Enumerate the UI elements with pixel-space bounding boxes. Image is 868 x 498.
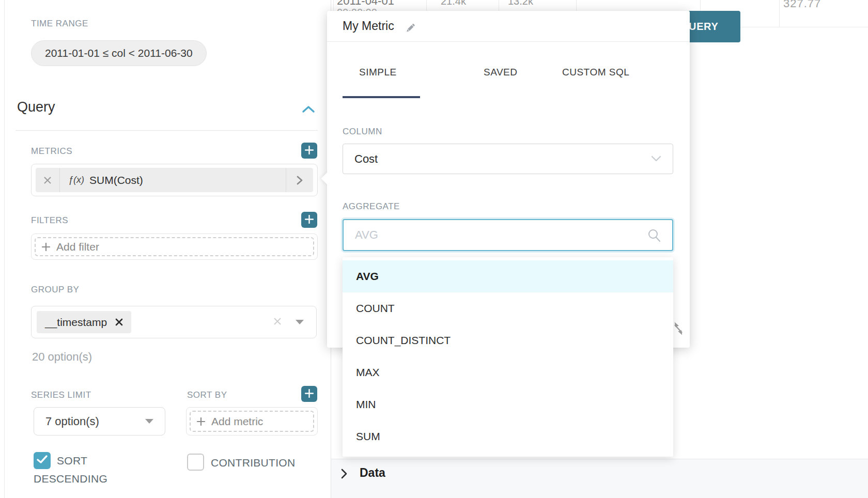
table-gridline (700, 0, 701, 11)
tab-saved[interactable]: SAVED (484, 67, 518, 78)
option-count-distinct[interactable]: COUNT_DISTINCT (343, 324, 673, 356)
sort-by-control: Add metric (186, 407, 318, 435)
time-range-value[interactable]: 2011-01-01 ≤ col < 2011-06-30 (31, 40, 207, 66)
option-sum[interactable]: SUM (343, 421, 673, 453)
data-panel-title: Data (360, 466, 385, 480)
add-sort-metric-button[interactable]: Add metric (190, 411, 314, 432)
add-filter-button[interactable]: Add filter (35, 237, 314, 256)
option-count[interactable]: COUNT (343, 292, 673, 324)
time-range-label: TIME RANGE (31, 19, 88, 29)
group-by-options-hint: 20 option(s) (32, 350, 92, 364)
chevron-down-icon (651, 155, 661, 162)
table-gridline (779, 0, 780, 27)
tag-label: __timestamp (45, 316, 107, 329)
add-filter-label: Add filter (56, 241, 99, 253)
popover-title: My Metric (343, 19, 394, 33)
group-by-label: GROUP BY (31, 285, 79, 295)
plus-icon (42, 243, 50, 251)
table-cell-value: 21.4k (441, 0, 466, 7)
function-icon: ƒ(x) (68, 175, 84, 185)
series-limit-value: 7 option(s) (45, 415, 99, 428)
metrics-control: ƒ(x) SUM(Cost) (31, 164, 318, 196)
plus-icon (305, 146, 314, 156)
contribution-label: CONTRIBUTION (211, 457, 295, 469)
sort-by-label: SORT BY (187, 390, 227, 400)
table-gridline (740, 27, 868, 27)
sort-descending-checkbox[interactable] (34, 452, 51, 469)
column-select[interactable]: Cost (343, 144, 673, 174)
metrics-label: METRICS (31, 146, 72, 157)
table-cell-value: 13.2k (508, 0, 533, 7)
tab-simple[interactable]: SIMPLE (359, 67, 397, 78)
add-filter-plus-button[interactable] (301, 212, 317, 228)
edit-pencil-icon[interactable] (405, 22, 416, 36)
query-section-title: Query (17, 99, 55, 115)
table-cell-value: 327.77 (783, 0, 821, 10)
chevron-up-icon[interactable] (302, 105, 315, 115)
aggregate-input[interactable] (344, 228, 647, 242)
filters-control: Add filter (31, 234, 318, 260)
aggregate-field (343, 219, 673, 251)
column-label: COLUMN (343, 127, 382, 137)
column-value: Cost (354, 152, 378, 166)
option-min[interactable]: MIN (343, 388, 673, 421)
remove-metric-icon[interactable] (36, 168, 60, 192)
caret-down-icon (145, 419, 153, 424)
panel-left-border (4, 0, 5, 498)
clear-icon[interactable] (273, 317, 282, 328)
check-icon (37, 455, 48, 466)
aggregate-label: AGGREGATE (343, 201, 400, 212)
metric-name: SUM(Cost) (89, 174, 286, 186)
sort-descending-label: SORT (57, 455, 87, 467)
search-icon (647, 228, 661, 242)
plus-icon (197, 417, 205, 426)
contribution-checkbox[interactable] (187, 454, 204, 471)
add-sort-metric-plus-button[interactable] (301, 386, 317, 402)
filters-label: FILTERS (31, 215, 68, 226)
chevron-right-icon[interactable] (286, 168, 313, 192)
series-limit-select[interactable]: 7 option(s) (34, 407, 165, 435)
add-metric-button[interactable] (301, 143, 317, 159)
caret-down-icon[interactable] (296, 320, 304, 324)
tab-custom-sql[interactable]: CUSTOM SQL (562, 67, 629, 78)
resize-expand-icon[interactable] (672, 322, 685, 335)
option-max[interactable]: MAX (343, 356, 673, 388)
plus-icon (305, 215, 314, 225)
series-limit-label: SERIES LIMIT (31, 390, 91, 400)
close-icon[interactable] (115, 318, 123, 326)
popover-arrow (321, 172, 333, 184)
option-avg[interactable]: AVG (343, 260, 673, 292)
active-tab-indicator (343, 96, 420, 98)
section-divider (16, 130, 318, 131)
add-sort-metric-label: Add metric (211, 415, 263, 428)
metric-pill[interactable]: ƒ(x) SUM(Cost) (36, 168, 313, 192)
aggregate-options-dropdown: AVG COUNT COUNT_DISTINCT MAX MIN SUM (343, 257, 673, 457)
popover-header-divider (327, 41, 690, 42)
group-by-select[interactable]: __timestamp (31, 306, 317, 338)
chevron-right-icon[interactable] (340, 468, 348, 481)
group-by-tag[interactable]: __timestamp (37, 311, 131, 333)
data-panel-header[interactable] (331, 459, 868, 498)
sort-descending-label: DESCENDING (34, 473, 107, 485)
plus-icon (305, 389, 314, 399)
